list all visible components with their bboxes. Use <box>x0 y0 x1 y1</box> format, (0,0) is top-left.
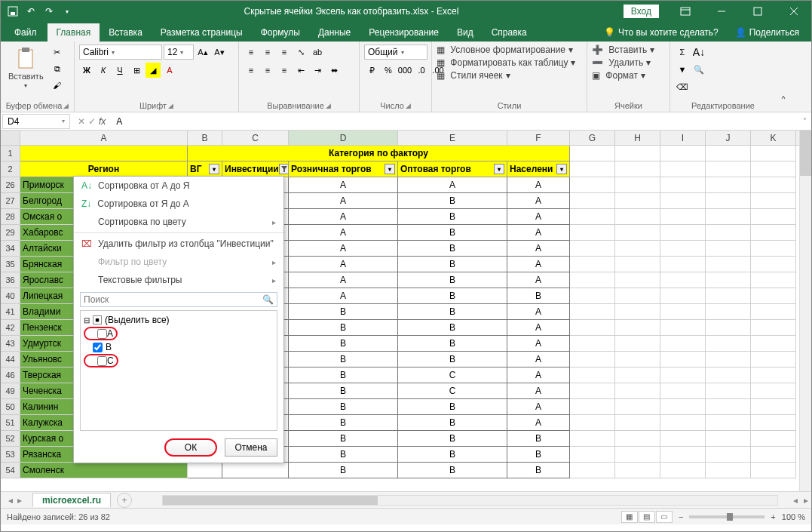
qat-customize-icon[interactable]: ▾ <box>61 5 73 17</box>
expand-formula-bar-icon[interactable]: ˅ <box>798 117 811 125</box>
cell[interactable] <box>570 193 615 209</box>
cell[interactable] <box>615 383 660 399</box>
cell[interactable]: A <box>507 336 570 352</box>
cell[interactable]: B <box>398 257 507 272</box>
cell[interactable] <box>660 241 706 257</box>
cell[interactable] <box>660 209 706 225</box>
cell[interactable]: B <box>289 415 398 431</box>
row-header[interactable]: 28 <box>1 209 20 225</box>
cell[interactable] <box>660 447 706 463</box>
zoom-level[interactable]: 100 % <box>782 512 805 521</box>
cell[interactable] <box>660 352 706 367</box>
sort-az-item[interactable]: A↓Сортировка от А до Я <box>74 177 283 195</box>
clear-icon[interactable]: ⌫ <box>675 79 690 94</box>
col-header[interactable]: D <box>289 131 398 145</box>
cell[interactable]: B <box>289 383 398 399</box>
row-header[interactable]: 46 <box>1 367 20 383</box>
view-normal-icon[interactable]: ▦ <box>621 511 638 523</box>
cell[interactable]: A <box>507 415 570 431</box>
tab-view[interactable]: Вид <box>448 23 483 42</box>
cell[interactable]: A <box>289 288 398 304</box>
cell[interactable] <box>570 304 615 320</box>
spreadsheet-grid[interactable]: A B C D E F G H I J K 1 Категория по фак… <box>1 131 811 491</box>
login-button[interactable]: Вход <box>624 5 659 18</box>
scroll-left-icon[interactable]: ◂ <box>790 495 801 506</box>
col-header[interactable]: E <box>398 131 507 145</box>
row-header[interactable]: 42 <box>1 320 20 336</box>
row-header[interactable]: 41 <box>1 304 20 320</box>
cell[interactable] <box>706 320 751 336</box>
cell[interactable]: A <box>507 399 570 415</box>
cell[interactable]: A <box>289 225 398 241</box>
row-header[interactable]: 40 <box>1 288 20 304</box>
align-middle-icon[interactable]: ≡ <box>260 45 275 60</box>
ok-button[interactable]: ОК <box>164 438 217 457</box>
cell[interactable] <box>706 304 751 320</box>
cell[interactable]: A <box>507 383 570 399</box>
row-header[interactable]: 29 <box>1 225 20 241</box>
row-header[interactable]: 44 <box>1 352 20 367</box>
cell[interactable] <box>751 225 796 241</box>
cell[interactable] <box>660 320 706 336</box>
sheet-nav-prev-icon[interactable]: ◂ <box>8 495 13 506</box>
cell[interactable] <box>751 257 796 272</box>
cell[interactable] <box>706 225 751 241</box>
cell[interactable]: A <box>507 272 570 288</box>
align-left-icon[interactable]: ≡ <box>244 63 259 78</box>
cell[interactable] <box>615 161 660 177</box>
format-as-table-button[interactable]: ▦ Форматировать как таблицу▾ <box>437 57 575 68</box>
filter-header[interactable]: ВГ▾ <box>188 161 222 177</box>
align-bottom-icon[interactable]: ≡ <box>277 45 292 60</box>
cell[interactable]: Смоленск <box>20 463 188 478</box>
cell[interactable] <box>615 352 660 367</box>
cell[interactable] <box>751 383 796 399</box>
cell[interactable] <box>615 241 660 257</box>
tell-me[interactable]: 💡 Что вы хотите сделать? <box>604 27 719 38</box>
cell[interactable] <box>706 209 751 225</box>
cell[interactable]: C <box>398 367 507 383</box>
fill-color-icon[interactable]: ◢ <box>146 63 161 78</box>
text-filters-item[interactable]: Текстовые фильтры▸ <box>74 271 283 289</box>
row-header[interactable]: 51 <box>1 415 20 431</box>
number-format-combo[interactable]: Общий▾ <box>364 45 427 60</box>
format-painter-icon[interactable]: 🖌 <box>50 78 65 93</box>
save-icon[interactable] <box>7 5 19 17</box>
cell[interactable] <box>751 415 796 431</box>
col-header[interactable]: B <box>188 131 222 145</box>
cell[interactable] <box>615 146 660 161</box>
cell[interactable] <box>570 463 615 478</box>
row-header[interactable]: 52 <box>1 431 20 447</box>
name-box[interactable]: D4▾ <box>2 114 70 129</box>
filter-option-c[interactable]: C <box>84 353 274 368</box>
row-header[interactable]: 34 <box>1 241 20 257</box>
italic-button[interactable]: К <box>96 63 111 78</box>
cell[interactable]: B <box>289 399 398 415</box>
cell[interactable] <box>751 447 796 463</box>
sort-za-item[interactable]: Z↓Сортировка от Я до А <box>74 195 283 213</box>
cell[interactable] <box>615 447 660 463</box>
enter-formula-icon[interactable]: ✓ <box>88 116 96 127</box>
align-top-icon[interactable]: ≡ <box>244 45 259 60</box>
cell[interactable]: A <box>289 177 398 193</box>
cell[interactable]: B <box>289 367 398 383</box>
cell[interactable]: B <box>289 431 398 447</box>
cell[interactable] <box>570 367 615 383</box>
close-icon[interactable] <box>777 1 811 22</box>
cell[interactable] <box>751 177 796 193</box>
share-button[interactable]: 👤 Поделиться <box>729 23 805 42</box>
cell[interactable] <box>570 177 615 193</box>
filter-button-icon[interactable]: ▾ <box>385 164 395 174</box>
inc-decimal-icon[interactable]: .0 <box>414 63 429 78</box>
cell[interactable] <box>570 272 615 288</box>
cell[interactable] <box>660 431 706 447</box>
cell[interactable]: B <box>398 447 507 463</box>
cell[interactable] <box>660 383 706 399</box>
cell[interactable]: B <box>398 463 507 478</box>
view-page-break-icon[interactable]: ▭ <box>656 511 673 523</box>
row-header[interactable]: 43 <box>1 336 20 352</box>
row-header[interactable]: 26 <box>1 177 20 193</box>
cell[interactable] <box>615 399 660 415</box>
cell[interactable] <box>570 225 615 241</box>
zoom-slider[interactable] <box>689 515 765 518</box>
cell[interactable] <box>660 225 706 241</box>
